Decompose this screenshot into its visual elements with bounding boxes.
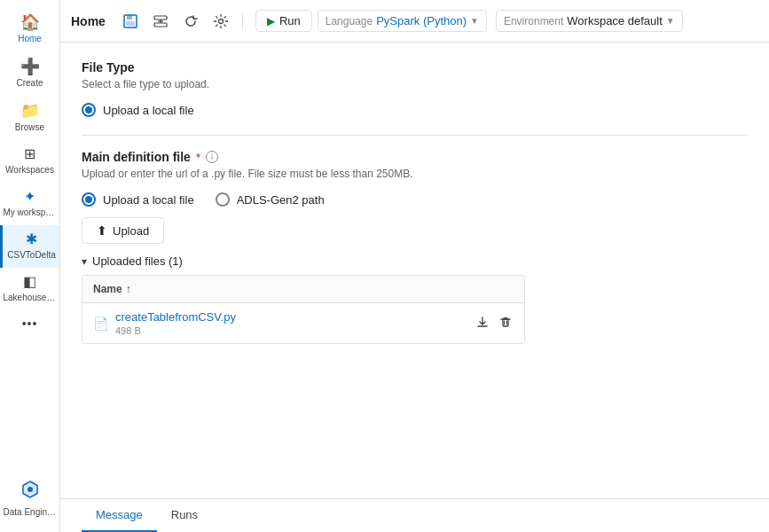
more-icon: ••• [22,317,38,330]
files-table-header: Name ↑ [82,276,524,303]
sidebar-item-csvtodelta[interactable]: ✱ CSVToDelta [0,225,59,268]
sidebar-item-home[interactable]: 🏠 Home [0,7,59,51]
file-type-radio-group: Upload a local file [82,103,748,117]
content-area: File Type Select a file type to upload. … [60,43,769,498]
run-button[interactable]: ▶ Run [255,10,312,32]
main-def-subtitle: Upload or enter the url of a .py file. F… [82,168,748,180]
file-type-local-radio[interactable]: Upload a local file [82,103,748,117]
main-def-radio-group: Upload a local file ADLS-Gen2 path [82,192,748,207]
file-type-local-radio-circle [82,103,96,117]
run-triangle-icon: ▶ [267,15,275,27]
sidebar-item-lakehouse-label: Lakehouse0 01 [4,293,57,303]
sidebar-item-browse-label: Browse [15,122,44,133]
language-label: Language [326,15,373,27]
my-workspace-icon: ✦ [24,190,35,204]
file-icon: 📄 [93,317,108,331]
file-download-button[interactable] [475,314,490,332]
environment-dropdown[interactable]: Environment Workspace default ▼ [496,10,683,32]
bottom-tabs: Message Runs [60,498,769,532]
main-def-local-label: Upload a local file [103,193,194,207]
sidebar-item-data-engineering-label: Data Engineering [4,507,57,518]
sidebar-item-create-label: Create [16,78,43,89]
file-delete-button[interactable] [498,314,514,332]
sidebar-item-workspaces-label: Workspaces [5,165,54,176]
file-info: createTablefromCSV.py 498 B [115,310,475,336]
main-area: Home [60,0,769,532]
data-engineering-icon [20,479,41,504]
uploaded-chevron-icon: ▾ [82,255,87,268]
environment-value: Workspace default [567,14,662,27]
info-icon[interactable]: i [206,151,218,163]
page-title: Home [71,14,106,28]
svg-point-9 [218,19,223,23]
info-icon-label: i [211,153,213,161]
create-icon: ➕ [20,59,40,74]
settings-button[interactable] [208,9,233,34]
topbar: Home [60,0,769,43]
run-button-label: Run [279,14,301,27]
main-def-adls-radio-circle [216,192,230,207]
tab-runs-label: Runs [171,508,198,521]
tabs-row: Message Runs [82,499,748,532]
upload-button[interactable]: ⬆ Upload [82,217,164,244]
sidebar-item-my-workspace[interactable]: ✦ My workspace [0,183,59,225]
file-actions [475,314,514,332]
main-def-header: Main definition file * i [82,150,748,164]
file-type-section: File Type Select a file type to upload. … [82,60,748,117]
sidebar-item-csvtodelta-label: CSVToDelta [7,250,55,261]
main-def-adls-radio[interactable]: ADLS-Gen2 path [216,192,325,207]
file-type-title: File Type [82,60,748,74]
lakehouse-icon: ◧ [23,275,36,289]
svg-rect-5 [154,16,167,20]
file-type-local-label: Upload a local file [103,104,194,117]
svg-point-1 [27,487,33,492]
file-name: createTablefromCSV.py [115,310,475,324]
tab-message[interactable]: Message [82,499,157,532]
tab-message-label: Message [96,508,143,521]
file-size: 498 B [115,325,475,336]
sidebar-item-more[interactable]: ••• [0,310,59,337]
sidebar-item-workspaces[interactable]: ⊞ Workspaces [0,140,59,183]
sidebar: 🏠 Home ➕ Create 📁 Browse ⊞ Workspaces ✦ … [0,0,60,532]
language-dropdown[interactable]: Language PySpark (Python) ▼ [318,10,487,32]
main-def-local-radio-circle [82,192,96,207]
language-value: PySpark (Python) [376,14,467,27]
workspaces-icon: ⊞ [24,147,35,161]
save-button[interactable] [118,9,143,34]
browse-icon: 📁 [20,103,40,119]
svg-rect-6 [154,23,167,27]
main-def-title: Main definition file [82,150,191,164]
tab-runs[interactable]: Runs [157,499,212,532]
file-type-subtitle: Select a file type to upload. [82,78,748,90]
svg-rect-4 [126,21,135,26]
upload-icon: ⬆ [97,223,107,238]
main-def-section: Main definition file * i Upload or enter… [82,150,748,344]
environment-chevron-icon: ▼ [666,16,675,26]
sidebar-item-data-engineering[interactable]: Data Engineering [0,472,59,525]
files-table: Name ↑ 📄 createTablefromCSV.py 498 B [82,275,525,344]
sidebar-item-lakehouse[interactable]: ◧ Lakehouse0 01 [0,268,59,310]
sidebar-item-browse[interactable]: 📁 Browse [0,96,59,140]
files-table-sort-icon[interactable]: ↑ [126,283,131,295]
files-table-name-col: Name [93,283,122,295]
new-cell-button[interactable] [148,9,173,34]
svg-rect-3 [127,15,132,20]
main-def-local-radio[interactable]: Upload a local file [82,192,194,207]
environment-label: Environment [504,15,563,27]
table-row: 📄 createTablefromCSV.py 498 B [82,303,524,343]
svg-rect-11 [503,319,508,326]
refresh-button[interactable] [178,9,203,34]
uploaded-label: Uploaded files (1) [92,254,183,268]
uploaded-header[interactable]: ▾ Uploaded files (1) [82,254,748,268]
required-star: * [196,151,200,164]
home-icon: 🏠 [20,14,40,30]
section-divider [82,135,748,136]
language-chevron-icon: ▼ [470,16,479,26]
uploaded-section: ▾ Uploaded files (1) Name ↑ 📄 [82,254,748,344]
sidebar-item-home-label: Home [18,34,42,44]
upload-button-label: Upload [113,224,149,238]
main-def-adls-label: ADLS-Gen2 path [237,193,325,207]
toolbar-separator [242,12,243,30]
sidebar-item-my-workspace-label: My workspace [4,207,57,218]
sidebar-item-create[interactable]: ➕ Create [0,51,59,96]
